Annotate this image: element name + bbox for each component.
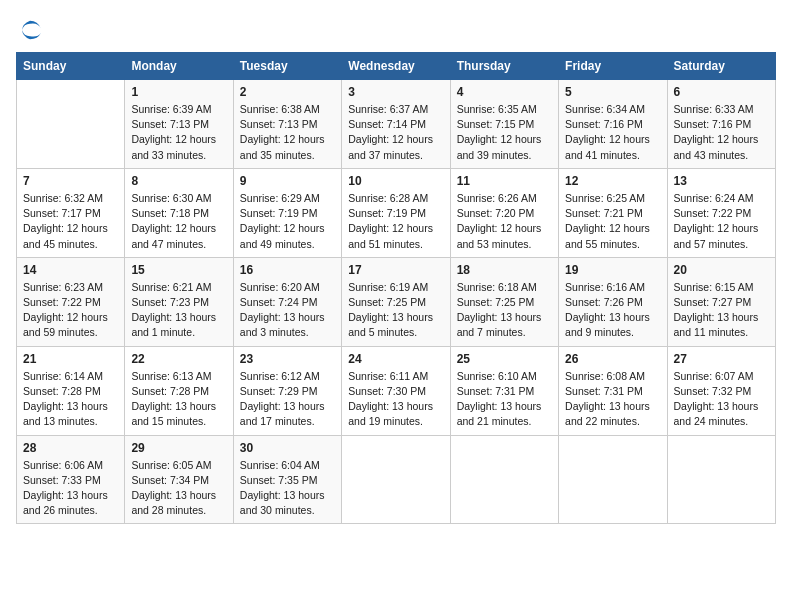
day-number: 13 — [674, 174, 769, 188]
day-info: Sunrise: 6:37 AMSunset: 7:14 PMDaylight:… — [348, 102, 443, 163]
day-cell-16: 16Sunrise: 6:20 AMSunset: 7:24 PMDayligh… — [233, 257, 341, 346]
day-cell-empty — [667, 435, 775, 524]
day-number: 10 — [348, 174, 443, 188]
day-cell-26: 26Sunrise: 6:08 AMSunset: 7:31 PMDayligh… — [559, 346, 667, 435]
day-cell-4: 4Sunrise: 6:35 AMSunset: 7:15 PMDaylight… — [450, 80, 558, 169]
calendar-table: SundayMondayTuesdayWednesdayThursdayFrid… — [16, 52, 776, 524]
day-cell-9: 9Sunrise: 6:29 AMSunset: 7:19 PMDaylight… — [233, 168, 341, 257]
day-info: Sunrise: 6:24 AMSunset: 7:22 PMDaylight:… — [674, 191, 769, 252]
day-info: Sunrise: 6:07 AMSunset: 7:32 PMDaylight:… — [674, 369, 769, 430]
day-cell-11: 11Sunrise: 6:26 AMSunset: 7:20 PMDayligh… — [450, 168, 558, 257]
day-cell-21: 21Sunrise: 6:14 AMSunset: 7:28 PMDayligh… — [17, 346, 125, 435]
day-info: Sunrise: 6:19 AMSunset: 7:25 PMDaylight:… — [348, 280, 443, 341]
day-number: 15 — [131, 263, 226, 277]
day-cell-17: 17Sunrise: 6:19 AMSunset: 7:25 PMDayligh… — [342, 257, 450, 346]
col-header-wednesday: Wednesday — [342, 53, 450, 80]
week-row-1: 1Sunrise: 6:39 AMSunset: 7:13 PMDaylight… — [17, 80, 776, 169]
day-info: Sunrise: 6:06 AMSunset: 7:33 PMDaylight:… — [23, 458, 118, 519]
day-number: 9 — [240, 174, 335, 188]
logo — [16, 16, 48, 44]
day-number: 22 — [131, 352, 226, 366]
day-number: 20 — [674, 263, 769, 277]
day-info: Sunrise: 6:21 AMSunset: 7:23 PMDaylight:… — [131, 280, 226, 341]
day-cell-23: 23Sunrise: 6:12 AMSunset: 7:29 PMDayligh… — [233, 346, 341, 435]
day-cell-12: 12Sunrise: 6:25 AMSunset: 7:21 PMDayligh… — [559, 168, 667, 257]
col-header-friday: Friday — [559, 53, 667, 80]
day-cell-empty — [342, 435, 450, 524]
logo-icon — [16, 16, 44, 44]
day-cell-27: 27Sunrise: 6:07 AMSunset: 7:32 PMDayligh… — [667, 346, 775, 435]
col-header-thursday: Thursday — [450, 53, 558, 80]
day-info: Sunrise: 6:39 AMSunset: 7:13 PMDaylight:… — [131, 102, 226, 163]
day-number: 27 — [674, 352, 769, 366]
day-cell-29: 29Sunrise: 6:05 AMSunset: 7:34 PMDayligh… — [125, 435, 233, 524]
day-info: Sunrise: 6:29 AMSunset: 7:19 PMDaylight:… — [240, 191, 335, 252]
day-number: 18 — [457, 263, 552, 277]
day-number: 25 — [457, 352, 552, 366]
day-info: Sunrise: 6:15 AMSunset: 7:27 PMDaylight:… — [674, 280, 769, 341]
day-cell-3: 3Sunrise: 6:37 AMSunset: 7:14 PMDaylight… — [342, 80, 450, 169]
day-info: Sunrise: 6:38 AMSunset: 7:13 PMDaylight:… — [240, 102, 335, 163]
day-number: 2 — [240, 85, 335, 99]
day-info: Sunrise: 6:14 AMSunset: 7:28 PMDaylight:… — [23, 369, 118, 430]
week-row-4: 21Sunrise: 6:14 AMSunset: 7:28 PMDayligh… — [17, 346, 776, 435]
day-cell-18: 18Sunrise: 6:18 AMSunset: 7:25 PMDayligh… — [450, 257, 558, 346]
day-number: 5 — [565, 85, 660, 99]
day-number: 24 — [348, 352, 443, 366]
day-number: 17 — [348, 263, 443, 277]
day-number: 26 — [565, 352, 660, 366]
day-info: Sunrise: 6:25 AMSunset: 7:21 PMDaylight:… — [565, 191, 660, 252]
col-header-monday: Monday — [125, 53, 233, 80]
day-number: 29 — [131, 441, 226, 455]
col-header-tuesday: Tuesday — [233, 53, 341, 80]
week-row-2: 7Sunrise: 6:32 AMSunset: 7:17 PMDaylight… — [17, 168, 776, 257]
day-info: Sunrise: 6:30 AMSunset: 7:18 PMDaylight:… — [131, 191, 226, 252]
day-info: Sunrise: 6:33 AMSunset: 7:16 PMDaylight:… — [674, 102, 769, 163]
day-number: 23 — [240, 352, 335, 366]
day-cell-14: 14Sunrise: 6:23 AMSunset: 7:22 PMDayligh… — [17, 257, 125, 346]
day-number: 12 — [565, 174, 660, 188]
day-number: 4 — [457, 85, 552, 99]
day-info: Sunrise: 6:32 AMSunset: 7:17 PMDaylight:… — [23, 191, 118, 252]
calendar-body: 1Sunrise: 6:39 AMSunset: 7:13 PMDaylight… — [17, 80, 776, 524]
col-header-sunday: Sunday — [17, 53, 125, 80]
day-info: Sunrise: 6:11 AMSunset: 7:30 PMDaylight:… — [348, 369, 443, 430]
day-cell-empty — [450, 435, 558, 524]
day-number: 3 — [348, 85, 443, 99]
day-cell-20: 20Sunrise: 6:15 AMSunset: 7:27 PMDayligh… — [667, 257, 775, 346]
day-number: 21 — [23, 352, 118, 366]
day-number: 7 — [23, 174, 118, 188]
day-number: 19 — [565, 263, 660, 277]
week-row-5: 28Sunrise: 6:06 AMSunset: 7:33 PMDayligh… — [17, 435, 776, 524]
day-cell-1: 1Sunrise: 6:39 AMSunset: 7:13 PMDaylight… — [125, 80, 233, 169]
day-cell-6: 6Sunrise: 6:33 AMSunset: 7:16 PMDaylight… — [667, 80, 775, 169]
day-cell-7: 7Sunrise: 6:32 AMSunset: 7:17 PMDaylight… — [17, 168, 125, 257]
day-info: Sunrise: 6:26 AMSunset: 7:20 PMDaylight:… — [457, 191, 552, 252]
day-cell-15: 15Sunrise: 6:21 AMSunset: 7:23 PMDayligh… — [125, 257, 233, 346]
day-info: Sunrise: 6:05 AMSunset: 7:34 PMDaylight:… — [131, 458, 226, 519]
svg-rect-0 — [16, 16, 44, 44]
day-number: 30 — [240, 441, 335, 455]
day-number: 11 — [457, 174, 552, 188]
day-number: 14 — [23, 263, 118, 277]
day-cell-2: 2Sunrise: 6:38 AMSunset: 7:13 PMDaylight… — [233, 80, 341, 169]
day-cell-25: 25Sunrise: 6:10 AMSunset: 7:31 PMDayligh… — [450, 346, 558, 435]
day-number: 8 — [131, 174, 226, 188]
day-cell-8: 8Sunrise: 6:30 AMSunset: 7:18 PMDaylight… — [125, 168, 233, 257]
day-info: Sunrise: 6:13 AMSunset: 7:28 PMDaylight:… — [131, 369, 226, 430]
day-cell-30: 30Sunrise: 6:04 AMSunset: 7:35 PMDayligh… — [233, 435, 341, 524]
day-cell-empty — [17, 80, 125, 169]
day-number: 16 — [240, 263, 335, 277]
day-info: Sunrise: 6:20 AMSunset: 7:24 PMDaylight:… — [240, 280, 335, 341]
week-row-3: 14Sunrise: 6:23 AMSunset: 7:22 PMDayligh… — [17, 257, 776, 346]
day-info: Sunrise: 6:28 AMSunset: 7:19 PMDaylight:… — [348, 191, 443, 252]
day-cell-10: 10Sunrise: 6:28 AMSunset: 7:19 PMDayligh… — [342, 168, 450, 257]
day-info: Sunrise: 6:34 AMSunset: 7:16 PMDaylight:… — [565, 102, 660, 163]
day-info: Sunrise: 6:10 AMSunset: 7:31 PMDaylight:… — [457, 369, 552, 430]
day-cell-empty — [559, 435, 667, 524]
day-cell-24: 24Sunrise: 6:11 AMSunset: 7:30 PMDayligh… — [342, 346, 450, 435]
day-cell-22: 22Sunrise: 6:13 AMSunset: 7:28 PMDayligh… — [125, 346, 233, 435]
day-cell-13: 13Sunrise: 6:24 AMSunset: 7:22 PMDayligh… — [667, 168, 775, 257]
day-number: 1 — [131, 85, 226, 99]
day-info: Sunrise: 6:04 AMSunset: 7:35 PMDaylight:… — [240, 458, 335, 519]
